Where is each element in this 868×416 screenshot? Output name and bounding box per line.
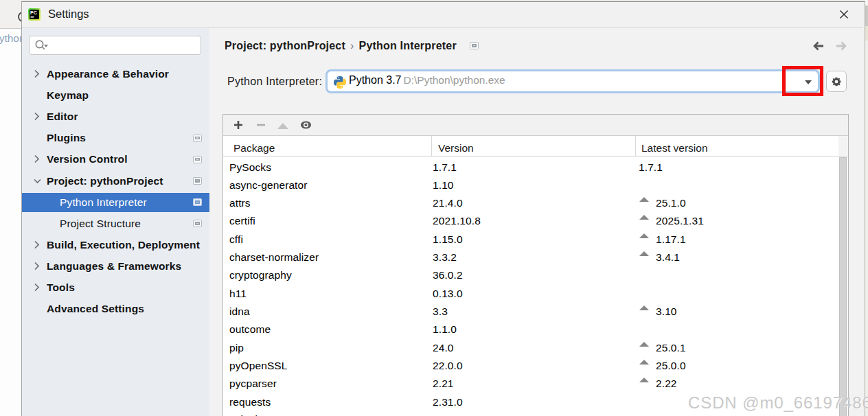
svg-text:PC: PC bbox=[30, 10, 37, 15]
